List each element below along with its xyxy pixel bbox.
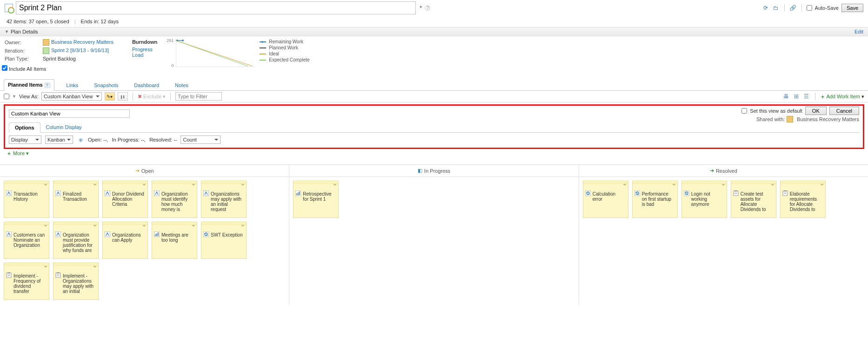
card-menu-icon[interactable] <box>191 225 195 228</box>
kanban-card[interactable]: Organization must provide justification … <box>53 222 99 259</box>
auto-save-label: Auto-Save <box>815 5 839 11</box>
kanban-card[interactable]: Login not working anymore <box>681 181 727 218</box>
svg-rect-17 <box>156 233 157 236</box>
preview-icon[interactable]: ◈ <box>77 136 84 143</box>
tab-snapshots[interactable]: Snapshots <box>90 80 122 90</box>
card-menu-icon[interactable] <box>92 225 97 228</box>
card-menu-icon[interactable] <box>43 184 47 187</box>
progress-link[interactable]: Progress <box>132 47 157 52</box>
card-menu-icon[interactable] <box>721 184 725 187</box>
kanban-card[interactable]: Organizations may apply with an initial … <box>201 181 247 218</box>
plan-details-toggle[interactable]: ▼ Plan Details Edit <box>0 27 868 36</box>
card-title: SWT Exception <box>211 232 243 238</box>
card-menu-icon[interactable] <box>240 184 245 187</box>
card-menu-icon[interactable] <box>43 225 47 228</box>
view-as-dropdown[interactable]: Custom Kanban View <box>41 92 102 101</box>
edit-view-button[interactable]: ✎▾ <box>105 92 115 101</box>
link-icon[interactable]: 🔗 <box>789 4 797 12</box>
plan-details-label: Plan Details <box>11 29 38 34</box>
exclude-button[interactable]: ✖Exclude ▾ <box>138 94 166 100</box>
add-work-item-button[interactable]: ＋ Add Work Item ▾ <box>820 93 864 100</box>
progress-icon: ◧ <box>418 168 422 174</box>
count-dropdown[interactable]: Count <box>180 136 220 144</box>
layout-dropdown[interactable]: Kanban <box>45 136 73 144</box>
card-title: Calculation error <box>593 191 615 202</box>
columns-button[interactable]: ⫿⫾ <box>118 92 128 101</box>
task-icon <box>782 190 788 196</box>
kanban-card[interactable]: Organization must identify how much mone… <box>152 181 197 218</box>
card-menu-icon[interactable] <box>240 225 245 228</box>
card-title: Customers can Nominate an Organization <box>13 232 45 248</box>
tab-notes[interactable]: Notes <box>171 80 192 90</box>
kanban-card[interactable]: Calculation error <box>583 181 628 218</box>
expand-icon[interactable]: ⊞ <box>793 93 800 100</box>
card-menu-icon[interactable] <box>43 266 47 269</box>
card-title: Organizations can Apply <box>112 232 141 243</box>
kanban-card[interactable]: Performance on first startup is bad <box>632 181 678 218</box>
tab-planned-items[interactable]: Planned Items? <box>4 79 54 91</box>
print-icon[interactable]: 🖶 <box>782 93 790 100</box>
card-menu-icon[interactable] <box>622 184 627 187</box>
select-all-checkbox[interactable] <box>4 94 9 99</box>
tab-options[interactable]: Options <box>9 122 40 133</box>
card-menu-icon[interactable] <box>770 184 775 187</box>
card-menu-icon[interactable] <box>141 225 146 228</box>
kanban-card[interactable]: Meetings are too long <box>152 222 197 259</box>
card-menu-icon[interactable] <box>92 184 97 187</box>
open-closed: 37 open, 5 closed <box>29 19 69 24</box>
list-icon[interactable]: ☰ <box>803 93 810 100</box>
folder-icon[interactable]: 🗀 <box>772 4 780 12</box>
card-menu-icon[interactable] <box>92 266 97 269</box>
iteration-link[interactable]: Sprint 2 [9/3/13 - 9/16/13] <box>51 48 109 53</box>
kanban-card[interactable]: Donor Dividend Allocation Criteria <box>102 181 148 218</box>
help-icon[interactable]: ? <box>45 82 50 88</box>
save-button[interactable]: Save <box>841 4 863 12</box>
view-name-input[interactable] <box>9 109 130 118</box>
edit-link[interactable]: Edit <box>855 29 863 34</box>
kanban-card[interactable]: Create test assets for Allocate Dividend… <box>731 181 776 218</box>
kanban-card[interactable]: Implement - Organizations may apply with… <box>53 263 99 300</box>
plan-title-input[interactable] <box>16 1 416 14</box>
ok-button[interactable]: OK <box>805 107 827 115</box>
more-toggle[interactable]: ＋ More ▾ <box>0 149 868 158</box>
owner-label: Owner: <box>5 40 38 45</box>
view-editor-panel: Set this view as default OK Cancel Share… <box>4 104 864 149</box>
auto-save-checkbox[interactable] <box>807 5 812 11</box>
tab-links[interactable]: Links <box>63 80 82 90</box>
collapse-icon: ▼ <box>5 29 9 34</box>
card-menu-icon[interactable] <box>819 184 824 187</box>
legend-expected: Expected Complete <box>269 57 309 62</box>
burndown-section: Burndown Progress Load <box>132 39 157 72</box>
kanban-card[interactable]: Transaction History <box>4 181 49 218</box>
kanban-card[interactable]: Retrospective for Sprint 1 <box>293 181 339 218</box>
kanban-card[interactable]: Customers can Nominate an Organization <box>4 222 49 259</box>
tab-dashboard[interactable]: Dashboard <box>130 80 163 90</box>
task-icon <box>6 272 12 278</box>
owner-link[interactable]: Business Recovery Matters <box>51 39 114 45</box>
shared-with-value: Business Recovery Matters <box>797 116 859 122</box>
card-title: Retrospective for Sprint 1 <box>303 191 331 202</box>
svg-rect-32 <box>298 192 299 195</box>
include-all-checkbox[interactable] <box>2 65 7 71</box>
card-menu-icon[interactable] <box>191 184 195 187</box>
editor-tabs: Options Column Display <box>9 122 859 133</box>
display-dropdown[interactable]: Display <box>9 136 41 144</box>
iteration-icon <box>43 48 49 54</box>
kanban-card[interactable]: Elaborate requirements for Allocate Divi… <box>780 181 826 218</box>
kanban-card[interactable]: Finalized Transaction <box>53 181 99 218</box>
cancel-button[interactable]: Cancel <box>829 107 859 115</box>
tab-column-display[interactable]: Column Display <box>40 122 87 132</box>
resolved-count: Resolved: -- <box>149 137 177 143</box>
card-menu-icon[interactable] <box>141 184 146 187</box>
load-link[interactable]: Load <box>132 52 157 58</box>
help-icon[interactable]: ? <box>425 5 430 11</box>
kanban-card[interactable]: SWT Exception <box>201 222 247 259</box>
refresh-icon[interactable]: ⟳ <box>762 4 769 12</box>
filter-input[interactable] <box>175 92 222 101</box>
retro-icon <box>295 190 301 196</box>
card-menu-icon[interactable] <box>332 184 337 187</box>
kanban-card[interactable]: Implement - Frequency of dividend transf… <box>4 263 49 300</box>
set-default-checkbox[interactable] <box>741 108 747 114</box>
card-menu-icon[interactable] <box>671 184 676 187</box>
kanban-card[interactable]: Organizations can Apply <box>102 222 148 259</box>
